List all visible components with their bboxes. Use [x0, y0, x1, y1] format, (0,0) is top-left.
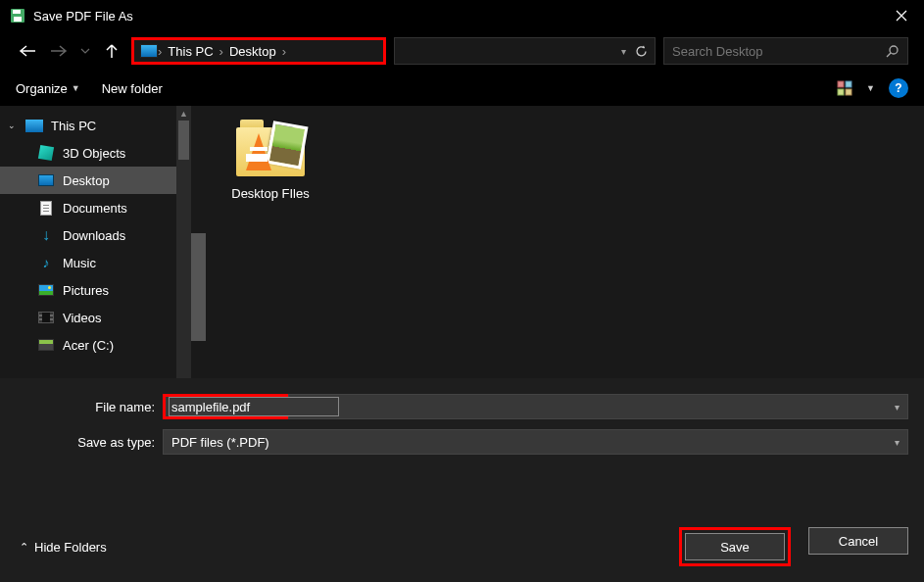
sidebar-item-label: Music: [63, 256, 96, 270]
svg-rect-1: [13, 10, 21, 14]
breadcrumb-this-pc[interactable]: This PC: [162, 44, 219, 59]
scroll-thumb[interactable]: [178, 121, 189, 160]
main-area: ⌄ This PC 3D Objects Desktop Documents ↓…: [0, 106, 924, 378]
close-button[interactable]: [879, 0, 924, 31]
breadcrumb-extra[interactable]: ▾: [394, 37, 656, 65]
organize-menu[interactable]: Organize ▼: [16, 81, 80, 96]
chevron-down-icon: ▾: [895, 437, 900, 448]
sidebar-item-label: 3D Objects: [63, 146, 125, 161]
hide-folders-button[interactable]: ⌃ Hide Folders: [16, 540, 679, 555]
save-dialog-icon: [10, 8, 25, 24]
chevron-up-icon: ⌃: [20, 541, 28, 554]
sidebar-item-label: Downloads: [63, 228, 125, 243]
sidebar-item-3d-objects[interactable]: 3D Objects: [0, 139, 191, 167]
sidebar-item-music[interactable]: ♪ Music: [0, 249, 191, 276]
folder-icon: [236, 120, 305, 176]
titlebar: Save PDF File As: [0, 0, 924, 31]
svg-point-3: [890, 46, 898, 54]
new-folder-button[interactable]: New folder: [102, 81, 163, 96]
sidebar-item-label: Desktop: [63, 173, 110, 188]
sidebar-item-downloads[interactable]: ↓ Downloads: [0, 221, 191, 249]
svg-rect-7: [846, 89, 851, 95]
refresh-icon[interactable]: [634, 44, 649, 59]
sidebar-item-label: Videos: [63, 311, 102, 325]
this-pc-icon: [140, 44, 158, 58]
documents-icon: [37, 200, 55, 216]
filename-input-tail[interactable]: ▾: [288, 394, 908, 419]
chevron-down-icon: ⌄: [8, 121, 18, 130]
breadcrumb[interactable]: › This PC › Desktop ›: [131, 37, 386, 65]
sidebar-item-videos[interactable]: Videos: [0, 304, 191, 331]
filename-row: File name: ▾: [16, 394, 908, 419]
chevron-down-icon[interactable]: ▼: [866, 83, 875, 93]
bottom-panel: File name: ▾ Save as type: PDF files (*.…: [0, 378, 924, 582]
save-button-highlight: Save: [679, 527, 791, 566]
3d-objects-icon: [37, 145, 55, 161]
sidebar-item-label: This PC: [51, 119, 96, 133]
window-title: Save PDF File As: [33, 9, 879, 24]
this-pc-icon: [25, 118, 43, 133]
sidebar-item-label: Acer (C:): [63, 338, 114, 353]
toolbar: Organize ▼ New folder ▼ ?: [0, 71, 924, 106]
cancel-button[interactable]: Cancel: [808, 527, 908, 555]
filetype-value: PDF files (*.PDF): [171, 435, 895, 450]
svg-rect-6: [838, 89, 844, 95]
filename-label: File name:: [16, 400, 163, 414]
sidebar-item-drive-c[interactable]: Acer (C:): [0, 331, 191, 359]
help-button[interactable]: ?: [889, 78, 908, 98]
sidebar-item-documents[interactable]: Documents: [0, 194, 191, 221]
desktop-icon: [37, 172, 55, 188]
videos-icon: [37, 310, 55, 325]
nav-forward-button[interactable]: [47, 39, 71, 63]
nav-up-button[interactable]: [100, 39, 123, 63]
nav-back-button[interactable]: [16, 39, 39, 63]
view-options-button[interactable]: [837, 80, 852, 96]
sidebar-item-label: Pictures: [63, 283, 109, 298]
chevron-down-icon: ▼: [72, 83, 80, 93]
sidebar-item-label: Documents: [63, 201, 127, 216]
sidebar-item-this-pc[interactable]: ⌄ This PC: [0, 112, 191, 139]
chevron-right-icon: ›: [282, 44, 286, 59]
footer: ⌃ Hide Folders Save Cancel: [16, 527, 908, 566]
svg-rect-4: [838, 81, 844, 87]
music-icon: ♪: [37, 255, 55, 270]
folder-label: Desktop FIles: [217, 186, 324, 201]
sidebar-item-desktop[interactable]: Desktop: [0, 167, 191, 194]
scroll-up-icon[interactable]: ▲: [176, 106, 191, 121]
filetype-label: Save as type:: [16, 435, 163, 450]
sidebar: ⌄ This PC 3D Objects Desktop Documents ↓…: [0, 106, 191, 378]
sidebar-scrollbar[interactable]: ▲: [176, 106, 191, 378]
svg-rect-2: [14, 17, 22, 22]
search-field[interactable]: [672, 44, 886, 59]
search-icon[interactable]: [886, 44, 900, 58]
breadcrumb-desktop[interactable]: Desktop: [223, 44, 282, 59]
svg-rect-5: [846, 81, 851, 87]
filetype-row: Save as type: PDF files (*.PDF) ▾: [16, 429, 908, 455]
pictures-icon: [37, 282, 55, 298]
folder-item-desktop-files[interactable]: Desktop FIles: [217, 120, 324, 201]
content-area[interactable]: Desktop FIles: [191, 106, 924, 378]
filetype-select[interactable]: PDF files (*.PDF) ▾: [163, 429, 908, 455]
downloads-icon: ↓: [37, 227, 55, 243]
filename-input-highlight: [163, 394, 288, 419]
navbar: › This PC › Desktop › ▾: [0, 31, 924, 71]
save-button[interactable]: Save: [685, 533, 785, 560]
drive-icon: [37, 337, 55, 353]
sidebar-item-pictures[interactable]: Pictures: [0, 276, 191, 304]
content-scrollbar[interactable]: [191, 233, 206, 341]
filename-input[interactable]: [171, 400, 336, 414]
nav-recent-dropdown[interactable]: [78, 39, 92, 63]
chevron-down-icon[interactable]: ▾: [621, 46, 626, 57]
search-input[interactable]: [663, 37, 908, 65]
